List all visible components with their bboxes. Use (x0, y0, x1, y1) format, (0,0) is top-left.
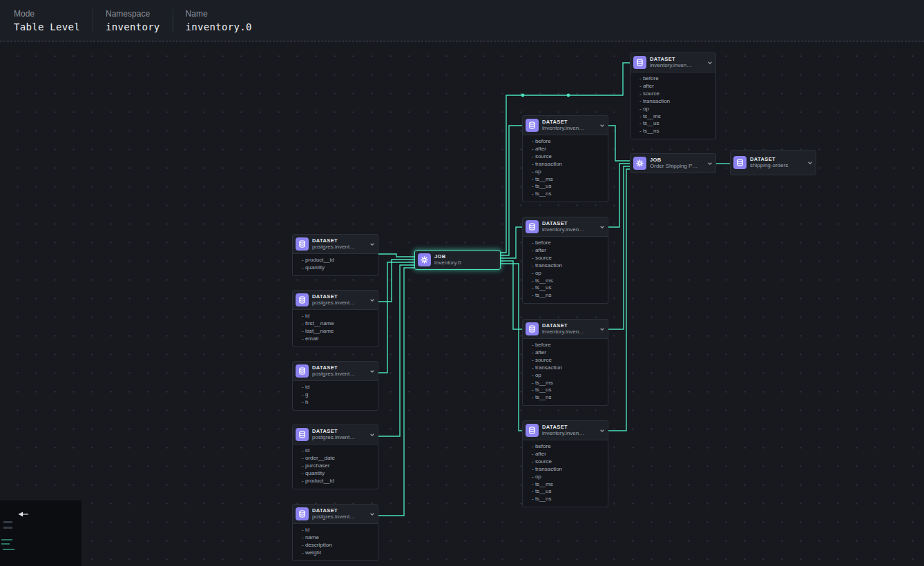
database-icon (526, 424, 539, 437)
dataset-node[interactable]: DATASET inventory.inven… before after so… (630, 52, 716, 139)
field-row: order__date (293, 455, 378, 462)
database-icon (733, 156, 747, 169)
field-list: id first__name last__name email (292, 310, 378, 347)
name-value[interactable]: inventory.0 (186, 21, 252, 32)
dataset-node[interactable]: DATASET shipping-orders (730, 150, 816, 175)
dataset-node[interactable]: DATASET postgres.invent… id name descrip… (292, 504, 378, 561)
chevron-down-icon[interactable] (369, 297, 375, 303)
field-row: g (293, 391, 378, 399)
mode-label: Mode (14, 9, 80, 19)
dataset-node[interactable]: DATASET postgres.invent… product__id qua… (292, 234, 378, 276)
node-header[interactable]: DATASET postgres.invent… (292, 361, 378, 381)
field-row: weight (293, 549, 378, 557)
node-header[interactable]: DATASET inventory.inven… (630, 52, 716, 72)
field-row: source (523, 357, 608, 364)
dataset-node[interactable]: DATASET inventory.inven… before after so… (522, 420, 608, 507)
field-row: after (523, 451, 608, 458)
job-node[interactable]: JOB Order Shipping P… (630, 153, 716, 173)
field-list: before after source transaction op ts__m… (630, 72, 716, 139)
field-row: ts__ns (523, 496, 608, 503)
field-row: ts__ns (631, 128, 715, 135)
field-row: last__name (293, 328, 378, 335)
mode-group: Mode Table Level (14, 9, 80, 32)
node-header[interactable]: DATASET postgres.invent… (292, 290, 378, 310)
database-icon (526, 119, 539, 132)
dataset-node[interactable]: DATASET inventory.inven… before after so… (522, 319, 608, 406)
node-type-label: DATASET (542, 322, 596, 329)
node-name: Order Shipping P… (650, 163, 704, 170)
field-row: ts__ms (631, 113, 715, 121)
chevron-down-icon[interactable] (599, 224, 605, 230)
field-row: ts__us (523, 284, 608, 292)
field-row: ts__ns (523, 394, 608, 402)
node-header[interactable]: JOB Order Shipping P… (630, 153, 716, 173)
mode-value[interactable]: Table Level (14, 21, 80, 32)
node-header[interactable]: DATASET inventory.inven… (522, 420, 608, 440)
field-row: ts__ms (523, 176, 608, 184)
lineage-canvas[interactable] (0, 41, 924, 566)
field-row: ts__ns (523, 191, 608, 198)
chevron-down-icon[interactable] (599, 326, 605, 332)
field-list: before after source transaction op ts__m… (522, 237, 608, 304)
chevron-down-icon[interactable] (707, 60, 713, 66)
node-header[interactable]: DATASET postgres.invent… (292, 424, 378, 445)
field-row: h (293, 399, 378, 407)
node-name: inventory.inven… (542, 125, 596, 132)
node-header[interactable]: DATASET postgres.invent… (292, 234, 378, 254)
field-list: before after source transaction op ts__m… (522, 339, 608, 406)
node-type-label: DATASET (650, 56, 704, 62)
field-row: ts__ms (523, 481, 608, 489)
database-icon (296, 364, 309, 378)
node-type-label: DATASET (312, 428, 366, 434)
minimap[interactable] (0, 500, 81, 566)
node-type-label: DATASET (312, 293, 366, 300)
node-header[interactable]: DATASET inventory.inven… (522, 115, 608, 135)
chevron-down-icon[interactable] (369, 511, 375, 517)
field-row: purchaser (293, 462, 378, 470)
field-row: before (523, 240, 608, 247)
field-row: product__id (293, 478, 378, 485)
chevron-down-icon[interactable] (599, 428, 605, 433)
field-row: source (523, 255, 608, 262)
field-row: after (523, 146, 608, 153)
field-row: ts__us (523, 183, 608, 191)
node-name: inventory.inven… (542, 430, 596, 437)
dataset-node[interactable]: DATASET postgres.invent… id first__name … (292, 290, 378, 347)
chevron-down-icon[interactable] (369, 369, 375, 374)
field-row: ts__us (523, 488, 608, 496)
node-type-label: DATASET (542, 220, 596, 226)
node-header[interactable]: DATASET shipping-orders (730, 150, 816, 175)
database-icon (296, 237, 309, 251)
chevron-down-icon[interactable] (707, 161, 713, 166)
field-row: id (293, 384, 378, 391)
field-row: op (631, 106, 715, 113)
field-row: id (293, 313, 378, 320)
dataset-node[interactable]: DATASET postgres.invent… id g h (292, 361, 378, 411)
node-header[interactable]: DATASET postgres.invent… (292, 504, 378, 524)
field-row: op (523, 168, 608, 176)
node-header[interactable]: DATASET inventory.inven… (522, 319, 608, 339)
field-row: quantity (293, 264, 378, 272)
toolbar-divider (93, 9, 93, 32)
node-header[interactable]: JOB inventory.0 (414, 250, 501, 270)
node-header[interactable]: DATASET inventory.inven… (522, 217, 608, 237)
field-row: before (631, 75, 715, 83)
chevron-down-icon[interactable] (369, 432, 375, 438)
dataset-node[interactable]: DATASET inventory.inven… before after so… (522, 115, 608, 202)
chevron-down-icon[interactable] (807, 160, 813, 166)
namespace-value[interactable]: inventory (106, 21, 160, 32)
dataset-node[interactable]: DATASET inventory.inven… before after so… (522, 217, 608, 304)
field-row: ts__us (631, 120, 715, 128)
chevron-down-icon[interactable] (599, 123, 605, 128)
database-icon (296, 293, 309, 306)
job-node-selected[interactable]: JOB inventory.0 (414, 250, 501, 270)
field-row: id (293, 527, 378, 534)
field-row: after (523, 247, 608, 255)
dataset-node[interactable]: DATASET postgres.invent… id order__date … (292, 424, 378, 489)
field-list: id order__date purchaser quantity produc… (292, 445, 378, 489)
field-list: product__id quantity (292, 254, 378, 276)
database-icon (633, 56, 646, 69)
chevron-down-icon[interactable] (369, 242, 375, 247)
node-type-label: DATASET (312, 507, 366, 514)
field-row: quantity (293, 470, 378, 478)
